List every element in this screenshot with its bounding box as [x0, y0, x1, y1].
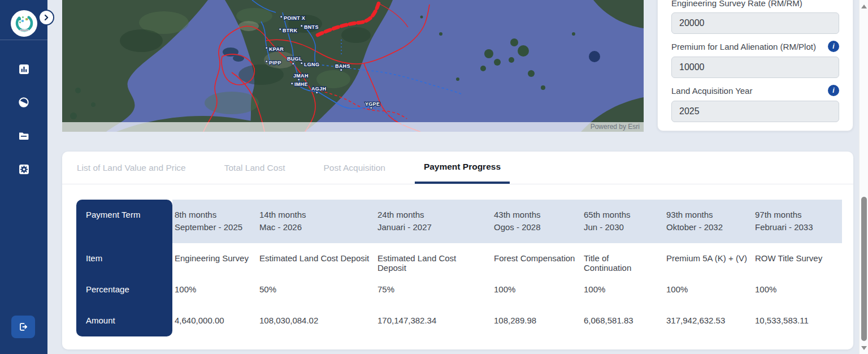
percentage-row: 100% 50% 75% 100% 100% 100% 100% [172, 274, 842, 305]
amount-cell: 108,289.98 [492, 305, 581, 336]
tab-total-land-cost[interactable]: Total Land Cost [215, 152, 294, 184]
folder-icon [18, 130, 29, 141]
map-station-label: BNTS [304, 24, 319, 30]
sidebar-item-projects[interactable] [14, 126, 34, 146]
map-panel[interactable]: POINT X BTRK BNTS KPAR PIPP BUGL LGNG JM… [62, 0, 644, 132]
payment-term-row: 8th monthsSeptember - 2025 14th monthsMa… [172, 200, 842, 243]
map-station-label: POINT X [284, 15, 305, 21]
payment-term-cell: 24th monthsJanuari - 2027 [375, 200, 492, 243]
percentage-cell: 100% [492, 274, 581, 305]
vertical-scrollbar[interactable] [859, 0, 868, 354]
tab-payment-progress[interactable]: Payment Progress [415, 152, 510, 184]
map-station-label: IMHE [294, 81, 308, 87]
scrollbar-thumb[interactable] [861, 197, 867, 341]
field-label: Premium for Land Alienation (RM/Plot) [671, 42, 816, 51]
tab-bar: List of Land Value and Price Total Land … [62, 152, 853, 184]
map-station-label: PIPP [269, 60, 281, 66]
sidebar-divider [0, 40, 47, 40]
row-header-percentage: Percentage [76, 274, 172, 305]
item-cell: Estimated Land Cost Deposit [375, 243, 492, 274]
amount-cell: 10,533,583.11 [753, 305, 842, 336]
logout-icon [18, 321, 29, 333]
item-row: Engineering Survey Estimated Land Cost D… [172, 243, 842, 274]
logout-button[interactable] [11, 316, 35, 338]
premium-land-alienation-input[interactable] [671, 57, 839, 78]
info-icon[interactable] [828, 85, 839, 96]
amount-cell: 108,030,084.02 [257, 305, 375, 336]
amount-cell: 317,942,632.53 [664, 305, 753, 336]
amount-cell: 170,147,382.34 [375, 305, 492, 336]
table-row-header-column: Payment Term Item Percentage Amount [76, 200, 172, 336]
item-cell: Engineering Survey [172, 243, 257, 274]
map-station-label: KPAR [269, 46, 284, 52]
payment-term-cell: 14th monthsMac - 2026 [257, 200, 375, 243]
engineering-survey-rate-input[interactable] [671, 12, 839, 34]
payment-term-cell: 43th monthsOgos - 2028 [492, 200, 581, 243]
item-cell: Forest Compensation [492, 243, 581, 274]
map-attribution-text: Powered by Esri [591, 123, 640, 131]
map-station-label: BTRK [283, 28, 297, 33]
tab-list-of-land-value-and-price[interactable]: List of Land Value and Price [68, 152, 195, 184]
field-land-acquisition-year: Land Acquisition Year [671, 85, 839, 122]
amount-cell: 4,640,000.00 [172, 305, 257, 336]
percentage-cell: 50% [257, 274, 375, 305]
payment-term-cell: 93th monthsOktober - 2032 [664, 200, 753, 243]
field-label: Engineering Survey Rate (RM/RM) [671, 0, 802, 8]
contrast-icon [18, 97, 29, 108]
field-premium-land-alienation: Premium for Land Alienation (RM/Plot) [671, 41, 839, 78]
map-station-label: JMAH [293, 73, 309, 79]
info-icon[interactable] [828, 41, 839, 52]
item-cell: Premium 5A (K) + (V) [664, 243, 753, 274]
payment-progress-table: Payment Term Item Percentage Amount 8th … [76, 200, 842, 336]
sidebar-item-dashboard[interactable] [14, 59, 34, 79]
scroll-up-arrow[interactable] [861, 5, 867, 8]
payment-term-cell: 97th monthsFebruari - 2033 [753, 200, 842, 243]
percentage-cell: 100% [172, 274, 257, 305]
gear-icon [19, 164, 29, 175]
percentage-cell: 100% [664, 274, 753, 305]
bar-chart-icon [19, 64, 29, 75]
table-values: 8th monthsSeptember - 2025 14th monthsMa… [172, 200, 842, 336]
row-header-payment-term: Payment Term [76, 200, 172, 243]
app-logo-icon [13, 12, 36, 35]
map-station-label: LGNG [304, 62, 319, 67]
map-station-label: BAHS [335, 63, 350, 69]
percentage-cell: 100% [581, 274, 664, 305]
row-header-item: Item [76, 243, 172, 274]
field-label: Land Acquisition Year [671, 86, 752, 96]
amount-cell: 6,068,581.83 [581, 305, 664, 336]
item-cell: ROW Title Survey [753, 243, 842, 274]
tabs-card: List of Land Value and Price Total Land … [62, 152, 853, 349]
percentage-cell: 100% [753, 274, 842, 305]
sidebar-item-settings[interactable] [14, 159, 34, 179]
item-cell: Estimated Land Cost Deposit [257, 243, 375, 274]
amount-row: 4,640,000.00 108,030,084.02 170,147,382.… [172, 305, 842, 336]
satellite-map: POINT X BTRK BNTS KPAR PIPP BUGL LGNG JM… [62, 0, 644, 132]
land-parameters-panel: Engineering Survey Rate (RM/RM) Premium … [657, 0, 853, 131]
sidebar-item-theme[interactable] [14, 92, 34, 113]
map-attribution: Powered by Esri [62, 122, 644, 132]
land-acquisition-year-input[interactable] [671, 101, 839, 122]
field-engineering-survey-rate: Engineering Survey Rate (RM/RM) [671, 0, 839, 34]
map-station-label: AGJH [311, 86, 326, 92]
payment-term-cell: 65th monthsJun - 2030 [581, 200, 664, 243]
row-header-amount: Amount [76, 305, 172, 336]
percentage-cell: 75% [375, 274, 492, 305]
tab-post-acquisition[interactable]: Post Acquisition [314, 152, 394, 184]
scroll-down-arrow[interactable] [861, 346, 867, 350]
map-station-label: BUGL [287, 56, 302, 62]
payment-term-cell: 8th monthsSeptember - 2025 [172, 200, 257, 243]
chevron-right-icon [43, 14, 50, 21]
map-station-label: YGPE [365, 101, 380, 107]
sidebar [0, 0, 47, 354]
app-logo [11, 10, 37, 37]
sidebar-expand-button[interactable] [38, 10, 54, 25]
item-cell: Title of Continuation [581, 243, 664, 274]
